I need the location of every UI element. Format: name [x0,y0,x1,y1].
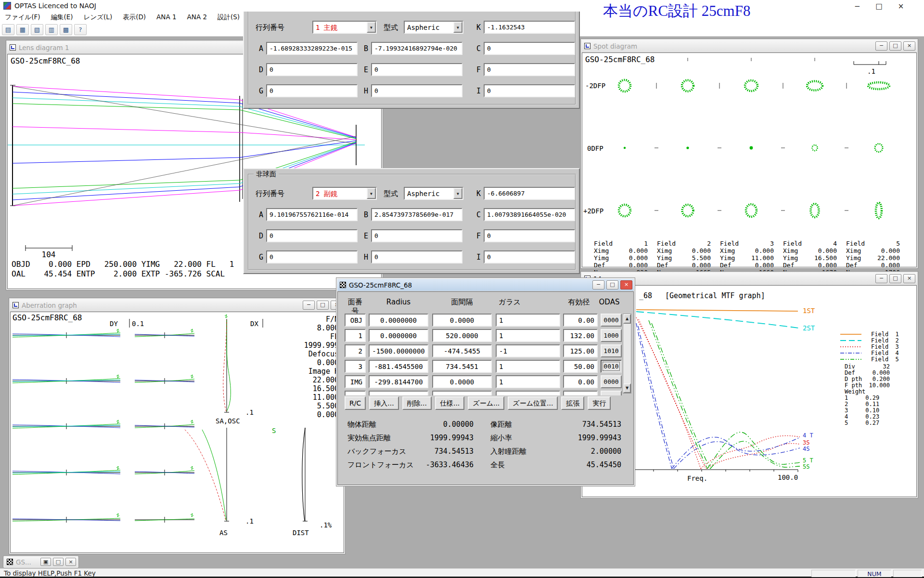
coeff-input-c[interactable]: 0 [484,42,575,55]
coeff-input-g[interactable]: 0 [266,250,358,263]
aperture-cell[interactable]: 0.00 [563,314,598,327]
toolbar-button-icon[interactable]: ▥ [45,24,58,35]
coeff-input-b[interactable]: -7.19932416892794e-020 [371,42,462,55]
odas-button[interactable]: 1010 [601,344,622,357]
glass-cell[interactable]: -1 [496,344,560,357]
odas-button[interactable]: 1000 [601,329,622,342]
table-action-button[interactable]: ズーム... [468,396,504,410]
coeff-input-g[interactable]: 0 [266,84,358,97]
surface-select[interactable]: 1 主鏡 ▼ [312,21,377,34]
coeff-input-k[interactable]: -6.6606897 [484,187,575,200]
surface-number-cell[interactable]: 3 [345,360,366,373]
maximize-icon[interactable]: □ [876,2,883,11]
lens-data-titlebar[interactable]: GSO-25cmF8RC_68 − □ × [337,279,634,291]
table-action-button[interactable]: 拡張 [561,396,584,410]
scroll-up-icon[interactable]: ▲ [623,314,631,324]
coeff-input-c[interactable]: 1.00793891664055e-020 [484,208,575,221]
toolbar-button-icon[interactable]: ▩ [60,24,72,35]
radius-cell[interactable]: -881.4545500 [369,360,428,373]
thickness-cell[interactable]: 520.0000 [432,329,492,342]
coeff-input-d[interactable]: 0 [266,229,358,242]
coeff-input-a[interactable]: 9.10196755762116e-014 [266,208,358,221]
coeff-input-b[interactable]: 2.85473973785609e-017 [371,208,462,221]
minimize-button[interactable]: − [303,301,315,310]
radius-cell[interactable]: 0.0000000 [369,314,428,327]
close-button[interactable]: × [65,558,76,566]
coeff-input-a[interactable]: -1.68928333289223e-015 [266,42,358,55]
coeff-input-k[interactable]: -1.1632543 [484,21,575,34]
aperture-cell[interactable]: 0.00 [563,375,598,388]
menu-item[interactable]: レンズ(L) [84,13,113,22]
type-select[interactable]: Aspheric ▼ [404,187,463,200]
chevron-down-icon[interactable]: ▼ [367,188,376,199]
thickness-cell[interactable]: 734.5451 [432,360,492,373]
coeff-input-h[interactable]: 0 [371,84,462,97]
aperture-cell[interactable] [563,391,598,395]
odas-button[interactable]: 0000 [601,314,622,327]
menu-item[interactable]: 表示(D) [123,13,146,22]
coeff-input-i[interactable]: 0 [484,250,575,263]
glass-cell[interactable]: 1 [496,375,560,388]
chevron-down-icon[interactable]: ▼ [367,22,376,33]
coeff-input-f[interactable]: 0 [484,229,575,242]
type-select[interactable]: Aspheric ▼ [404,21,463,34]
maximize-button[interactable]: □ [889,41,901,51]
scroll-down-icon[interactable]: ▼ [623,383,631,393]
close-button[interactable]: × [903,41,915,51]
table-action-button[interactable]: ズーム位置... [508,396,558,410]
glass-cell[interactable]: 1 [496,314,560,327]
surface-select[interactable]: 2 副鏡 ▼ [312,187,377,200]
toolbar-button-icon[interactable]: ▤ [2,24,14,35]
thickness-cell[interactable]: -474.5455 [432,344,492,357]
toolbar-button-icon[interactable]: ▧ [31,24,43,35]
coeff-input-i[interactable]: 0 [484,84,575,97]
menu-item[interactable]: 編集(E) [51,13,73,22]
coeff-input-f[interactable]: 0 [484,63,575,76]
menu-item[interactable]: 設計(S) [218,13,240,22]
coeff-input-e[interactable]: 0 [371,229,462,242]
coeff-input-d[interactable]: 0 [266,63,358,76]
chevron-down-icon[interactable]: ▼ [453,188,462,199]
maximize-button[interactable]: □ [317,301,329,310]
maximize-button[interactable]: □ [889,274,901,283]
maximize-button[interactable]: □ [606,280,618,289]
minimize-button[interactable]: − [875,41,887,51]
surface-number-cell[interactable]: OBJ [345,314,366,327]
minimize-icon[interactable]: − [854,2,860,11]
odas-button[interactable] [601,391,622,395]
aberration-window-titlebar[interactable]: Aberration graph − □ × [10,299,344,312]
minimize-button[interactable]: − [592,280,604,289]
close-button[interactable]: × [903,274,915,283]
spot-window-titlebar[interactable]: Spot diagram − □ × [582,40,917,53]
radius-cell[interactable]: 0.0000000 [369,329,428,342]
app-titlebar[interactable]: OPTAS Licenced to NAOJ [0,0,924,12]
glass-cell[interactable] [496,391,560,395]
aperture-cell[interactable]: 132.00 [563,329,598,342]
toolbar-button-icon[interactable]: ▦ [16,24,29,35]
radius-cell[interactable]: -299.8144700 [369,375,428,388]
table-action-button[interactable]: 削除... [402,396,432,410]
odas-button[interactable]: 0000 [601,375,622,388]
radius-cell[interactable] [369,391,428,395]
close-button[interactable]: × [620,280,632,289]
chevron-down-icon[interactable]: ▼ [453,22,462,33]
surface-number-cell[interactable]: IMG [345,375,366,388]
coeff-input-e[interactable]: 0 [371,63,462,76]
minimize-button[interactable]: − [875,274,887,283]
menu-item[interactable]: ANA 2 [187,13,207,22]
restore-button[interactable]: ▣ [40,558,51,566]
odas-button[interactable]: 0010 [601,360,622,373]
table-action-button[interactable]: 挿入... [369,396,398,410]
radius-cell[interactable]: -1500.0000000 [369,344,428,357]
minimized-titlebar[interactable]: GS... ▣ □ × [4,557,77,567]
maximize-button[interactable]: □ [53,558,64,566]
close-icon[interactable]: × [898,2,904,11]
glass-cell[interactable]: 1 [496,329,560,342]
table-action-button[interactable]: 仕様... [435,396,464,410]
table-action-button[interactable]: R/C [345,396,366,410]
surface-number-cell[interactable]: 2 [345,344,366,357]
surface-number-cell[interactable]: 1 [345,329,366,342]
table-scrollbar[interactable]: ▲ ▼ [623,314,631,394]
table-action-button[interactable]: 実行 [588,396,611,410]
menu-item[interactable]: ファイル(F) [5,13,40,22]
